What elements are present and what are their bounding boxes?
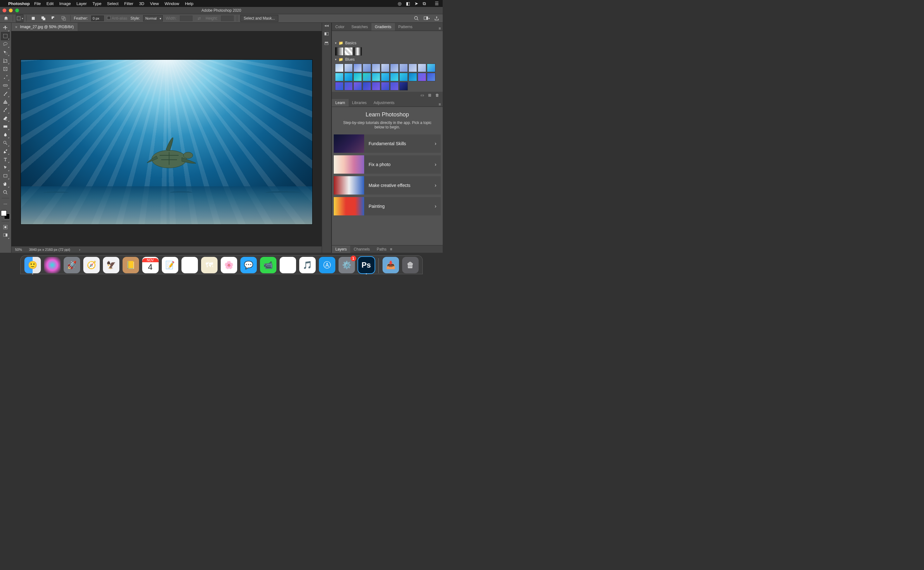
dock-safari[interactable]: 🧭 bbox=[83, 257, 100, 273]
doc-dimensions[interactable]: 3840 px x 2160 px (72 ppi) bbox=[29, 248, 70, 251]
gradients-basics-folder[interactable]: ▾📁Basics bbox=[335, 40, 441, 46]
spotlight-icon[interactable]: ➤ bbox=[415, 1, 418, 6]
hand-tool[interactable] bbox=[1, 180, 9, 188]
tab-gradients[interactable]: Gradients bbox=[371, 23, 395, 31]
menu-help[interactable]: Help bbox=[185, 1, 194, 6]
gradient-swatch[interactable] bbox=[381, 73, 389, 81]
dock-notes[interactable]: 📝 bbox=[162, 257, 178, 273]
screen-mirror-icon[interactable]: ⧉ bbox=[423, 1, 426, 6]
dock-photoshop[interactable]: Ps bbox=[358, 257, 375, 273]
shape-tool[interactable] bbox=[1, 172, 9, 180]
dock-reminders[interactable]: ☑︎ bbox=[181, 257, 198, 273]
panel-menu-icon[interactable]: ≡ bbox=[437, 26, 443, 31]
intersect-selection-icon[interactable] bbox=[60, 15, 67, 22]
dock-launchpad[interactable]: 🚀 bbox=[64, 257, 80, 273]
zoom-level[interactable]: 50% bbox=[15, 248, 22, 251]
frame-tool[interactable] bbox=[1, 65, 9, 73]
share-icon[interactable] bbox=[433, 15, 440, 22]
lasso-tool[interactable] bbox=[1, 40, 9, 48]
gradient-swatch[interactable] bbox=[344, 47, 353, 56]
gradient-swatch[interactable] bbox=[390, 82, 399, 90]
eyedropper-tool[interactable] bbox=[1, 74, 9, 81]
tab-layers[interactable]: Layers bbox=[332, 245, 350, 253]
gradient-swatch[interactable] bbox=[399, 82, 408, 90]
dock-mail[interactable]: 🦅 bbox=[103, 257, 119, 273]
tab-swatches[interactable]: Swatches bbox=[348, 23, 371, 31]
clone-stamp-tool[interactable] bbox=[1, 98, 9, 106]
add-selection-icon[interactable] bbox=[40, 15, 47, 22]
feather-input[interactable] bbox=[91, 15, 104, 21]
dock-maps[interactable]: 🗺 bbox=[201, 257, 218, 273]
document-tab[interactable]: × Image_27.jpg @ 50% (RGB/8#) bbox=[11, 23, 78, 31]
creative-cloud-icon[interactable]: ◎ bbox=[398, 1, 401, 6]
close-tab-icon[interactable]: × bbox=[15, 25, 18, 29]
gradient-tool[interactable] bbox=[1, 123, 9, 130]
menu-window[interactable]: Window bbox=[165, 1, 179, 6]
status-menu-chevron-icon[interactable]: › bbox=[79, 248, 80, 251]
active-tool-preset[interactable]: ▾ bbox=[16, 15, 23, 22]
document-canvas[interactable] bbox=[21, 60, 312, 224]
type-tool[interactable] bbox=[1, 156, 9, 163]
new-selection-icon[interactable] bbox=[30, 15, 37, 22]
gradient-swatch[interactable] bbox=[363, 82, 371, 90]
menu-list-icon[interactable]: ☰ bbox=[435, 1, 439, 6]
menu-type[interactable]: Type bbox=[92, 1, 101, 6]
trash-icon[interactable]: 🗑 bbox=[435, 93, 440, 97]
dock-music[interactable]: 🎵 bbox=[299, 257, 316, 273]
dock-calendar[interactable]: NOV4 bbox=[142, 257, 158, 273]
quick-select-tool[interactable] bbox=[1, 49, 9, 56]
gradient-swatch[interactable] bbox=[372, 64, 380, 72]
menu-select[interactable]: Select bbox=[107, 1, 118, 6]
gradient-swatch[interactable] bbox=[418, 73, 426, 81]
lesson-fundamental-skills[interactable]: Fundamental Skills› bbox=[334, 135, 441, 153]
dock-facetime[interactable]: 📹 bbox=[260, 257, 277, 273]
minimize-window-button[interactable] bbox=[9, 9, 13, 12]
gradients-blues-folder[interactable]: ▾📁Blues bbox=[335, 56, 441, 63]
style-select[interactable]: Normal bbox=[143, 15, 163, 21]
workspace-switcher-icon[interactable]: ▾ bbox=[423, 15, 430, 22]
dock-contacts[interactable]: 📒 bbox=[123, 257, 139, 273]
menu-view[interactable]: View bbox=[150, 1, 159, 6]
dock-appstore[interactable]: Ⓐ bbox=[319, 257, 335, 273]
gradient-swatch[interactable] bbox=[390, 64, 399, 72]
select-and-mask-button[interactable]: Select and Mask... bbox=[240, 15, 279, 22]
gradient-swatch[interactable] bbox=[372, 82, 380, 90]
gradient-swatch[interactable] bbox=[344, 73, 353, 81]
gradient-swatch[interactable] bbox=[335, 64, 344, 72]
canvas-viewport[interactable] bbox=[11, 31, 322, 247]
gradient-swatch[interactable] bbox=[399, 64, 408, 72]
panel-menu-icon[interactable]: ≡ bbox=[390, 247, 392, 251]
zoom-tool[interactable] bbox=[1, 188, 9, 196]
dock-downloads[interactable]: 📥 bbox=[383, 257, 399, 273]
close-window-button[interactable] bbox=[3, 9, 6, 12]
pen-tool[interactable] bbox=[1, 147, 9, 155]
gradient-swatch[interactable] bbox=[354, 47, 362, 56]
tab-channels[interactable]: Channels bbox=[350, 245, 374, 253]
gradient-swatch[interactable] bbox=[335, 73, 344, 81]
color-swatches[interactable] bbox=[1, 210, 10, 219]
path-select-tool[interactable] bbox=[1, 164, 9, 172]
dock-messages[interactable]: 💬 bbox=[240, 257, 257, 273]
gradient-swatch[interactable] bbox=[354, 64, 362, 72]
gradient-swatch[interactable] bbox=[372, 73, 380, 81]
gradient-swatch[interactable] bbox=[344, 82, 353, 90]
menu-filter[interactable]: Filter bbox=[124, 1, 133, 6]
gradient-swatch[interactable] bbox=[381, 82, 389, 90]
dock-photos[interactable]: 🌸 bbox=[221, 257, 237, 273]
gradient-swatch[interactable] bbox=[409, 64, 417, 72]
home-button[interactable] bbox=[3, 15, 9, 22]
gradient-swatch[interactable] bbox=[354, 82, 362, 90]
lesson-make-creative-effects[interactable]: Make creative effects› bbox=[334, 176, 441, 195]
tab-adjustments[interactable]: Adjustments bbox=[370, 99, 398, 107]
dock-finder[interactable]: 🙂 bbox=[25, 257, 41, 273]
gradient-swatch[interactable] bbox=[427, 64, 435, 72]
tab-patterns[interactable]: Patterns bbox=[395, 23, 416, 31]
menu-layer[interactable]: Layer bbox=[76, 1, 87, 6]
history-panel-icon[interactable] bbox=[323, 31, 330, 37]
gradient-swatch[interactable] bbox=[399, 73, 408, 81]
tab-libraries[interactable]: Libraries bbox=[349, 99, 370, 107]
eraser-tool[interactable] bbox=[1, 115, 9, 122]
gradient-swatch[interactable] bbox=[409, 73, 417, 81]
tab-learn[interactable]: Learn bbox=[332, 99, 349, 107]
lesson-painting[interactable]: Painting› bbox=[334, 197, 441, 215]
